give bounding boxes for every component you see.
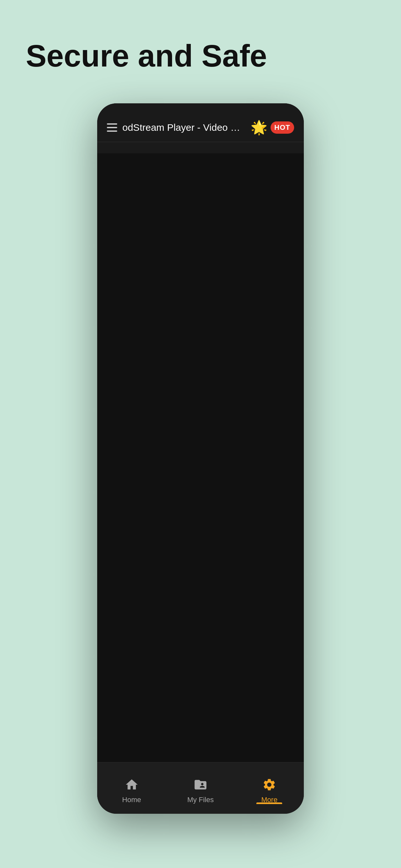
- app-title: odStream Player - Video Downlo...: [122, 122, 245, 133]
- active-nav-indicator: [256, 802, 282, 804]
- bottom-nav: Home My Files More: [97, 762, 304, 814]
- content-area: [97, 153, 304, 762]
- nav-item-more[interactable]: More: [235, 772, 304, 804]
- more-settings-icon: [262, 778, 276, 793]
- phone-frame: odStream Player - Video Downlo... 🌟 HOT: [97, 103, 304, 814]
- home-icon: [125, 778, 139, 793]
- star-badge: 🌟: [251, 120, 267, 135]
- hot-badge: HOT: [271, 121, 294, 134]
- nav-item-my-files[interactable]: My Files: [166, 772, 235, 804]
- page-title: Secure and Safe: [26, 39, 267, 73]
- myfiles-icon: [193, 778, 208, 793]
- header-badges: 🌟 HOT: [251, 120, 294, 135]
- app-header: odStream Player - Video Downlo... 🌟 HOT: [97, 103, 304, 142]
- hamburger-menu-icon[interactable]: [107, 123, 117, 132]
- nav-item-home[interactable]: Home: [97, 772, 166, 804]
